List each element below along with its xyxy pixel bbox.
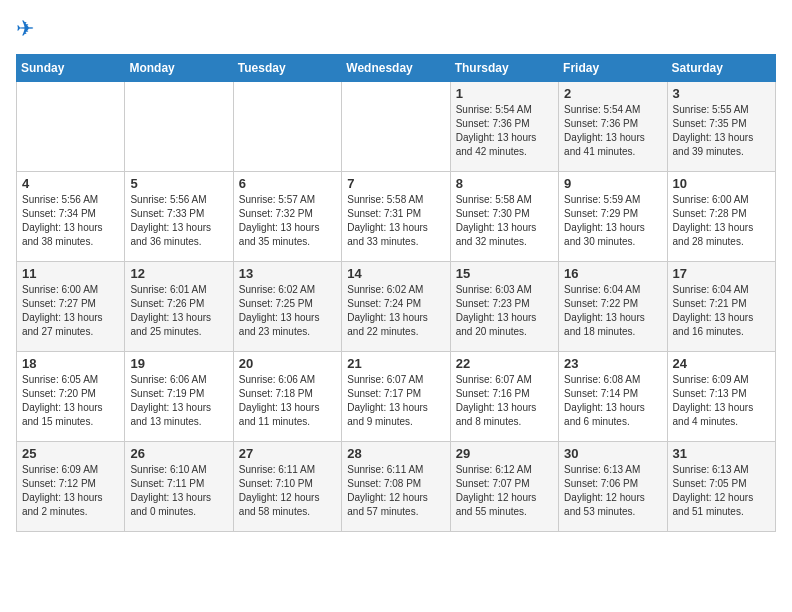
calendar-cell: 14Sunrise: 6:02 AM Sunset: 7:24 PM Dayli… <box>342 262 450 352</box>
calendar-cell: 24Sunrise: 6:09 AM Sunset: 7:13 PM Dayli… <box>667 352 775 442</box>
day-info: Sunrise: 6:12 AM Sunset: 7:07 PM Dayligh… <box>456 463 553 519</box>
day-number: 14 <box>347 266 444 281</box>
calendar-cell: 19Sunrise: 6:06 AM Sunset: 7:19 PM Dayli… <box>125 352 233 442</box>
day-number: 11 <box>22 266 119 281</box>
calendar-cell: 8Sunrise: 5:58 AM Sunset: 7:30 PM Daylig… <box>450 172 558 262</box>
day-number: 22 <box>456 356 553 371</box>
calendar-cell: 20Sunrise: 6:06 AM Sunset: 7:18 PM Dayli… <box>233 352 341 442</box>
day-number: 10 <box>673 176 770 191</box>
day-info: Sunrise: 5:56 AM Sunset: 7:33 PM Dayligh… <box>130 193 227 249</box>
calendar-cell: 13Sunrise: 6:02 AM Sunset: 7:25 PM Dayli… <box>233 262 341 352</box>
calendar-cell: 26Sunrise: 6:10 AM Sunset: 7:11 PM Dayli… <box>125 442 233 532</box>
day-number: 8 <box>456 176 553 191</box>
day-number: 4 <box>22 176 119 191</box>
day-info: Sunrise: 6:13 AM Sunset: 7:06 PM Dayligh… <box>564 463 661 519</box>
day-info: Sunrise: 6:03 AM Sunset: 7:23 PM Dayligh… <box>456 283 553 339</box>
calendar-cell: 2Sunrise: 5:54 AM Sunset: 7:36 PM Daylig… <box>559 82 667 172</box>
day-number: 9 <box>564 176 661 191</box>
calendar-cell: 15Sunrise: 6:03 AM Sunset: 7:23 PM Dayli… <box>450 262 558 352</box>
calendar-cell: 1Sunrise: 5:54 AM Sunset: 7:36 PM Daylig… <box>450 82 558 172</box>
day-info: Sunrise: 6:11 AM Sunset: 7:10 PM Dayligh… <box>239 463 336 519</box>
calendar-week-4: 18Sunrise: 6:05 AM Sunset: 7:20 PM Dayli… <box>17 352 776 442</box>
calendar-week-2: 4Sunrise: 5:56 AM Sunset: 7:34 PM Daylig… <box>17 172 776 262</box>
calendar-cell: 29Sunrise: 6:12 AM Sunset: 7:07 PM Dayli… <box>450 442 558 532</box>
day-number: 29 <box>456 446 553 461</box>
day-info: Sunrise: 6:09 AM Sunset: 7:13 PM Dayligh… <box>673 373 770 429</box>
day-number: 31 <box>673 446 770 461</box>
day-info: Sunrise: 6:02 AM Sunset: 7:24 PM Dayligh… <box>347 283 444 339</box>
calendar-cell: 9Sunrise: 5:59 AM Sunset: 7:29 PM Daylig… <box>559 172 667 262</box>
calendar-cell: 16Sunrise: 6:04 AM Sunset: 7:22 PM Dayli… <box>559 262 667 352</box>
logo-icon: ✈ <box>16 16 34 42</box>
day-info: Sunrise: 6:04 AM Sunset: 7:22 PM Dayligh… <box>564 283 661 339</box>
calendar-cell: 23Sunrise: 6:08 AM Sunset: 7:14 PM Dayli… <box>559 352 667 442</box>
day-number: 7 <box>347 176 444 191</box>
day-number: 30 <box>564 446 661 461</box>
day-info: Sunrise: 5:56 AM Sunset: 7:34 PM Dayligh… <box>22 193 119 249</box>
day-number: 25 <box>22 446 119 461</box>
day-number: 24 <box>673 356 770 371</box>
calendar-cell: 18Sunrise: 6:05 AM Sunset: 7:20 PM Dayli… <box>17 352 125 442</box>
day-number: 6 <box>239 176 336 191</box>
day-number: 20 <box>239 356 336 371</box>
weekday-header-wednesday: Wednesday <box>342 55 450 82</box>
day-number: 3 <box>673 86 770 101</box>
day-info: Sunrise: 6:07 AM Sunset: 7:16 PM Dayligh… <box>456 373 553 429</box>
day-info: Sunrise: 6:07 AM Sunset: 7:17 PM Dayligh… <box>347 373 444 429</box>
weekday-header-tuesday: Tuesday <box>233 55 341 82</box>
page-header: ✈ <box>16 16 776 42</box>
weekday-header-friday: Friday <box>559 55 667 82</box>
day-info: Sunrise: 6:00 AM Sunset: 7:28 PM Dayligh… <box>673 193 770 249</box>
day-number: 17 <box>673 266 770 281</box>
calendar-week-5: 25Sunrise: 6:09 AM Sunset: 7:12 PM Dayli… <box>17 442 776 532</box>
day-info: Sunrise: 6:10 AM Sunset: 7:11 PM Dayligh… <box>130 463 227 519</box>
weekday-header-monday: Monday <box>125 55 233 82</box>
day-number: 1 <box>456 86 553 101</box>
calendar-cell: 17Sunrise: 6:04 AM Sunset: 7:21 PM Dayli… <box>667 262 775 352</box>
day-info: Sunrise: 5:54 AM Sunset: 7:36 PM Dayligh… <box>564 103 661 159</box>
calendar-cell <box>233 82 341 172</box>
calendar-cell: 11Sunrise: 6:00 AM Sunset: 7:27 PM Dayli… <box>17 262 125 352</box>
calendar-cell: 30Sunrise: 6:13 AM Sunset: 7:06 PM Dayli… <box>559 442 667 532</box>
weekday-header-saturday: Saturday <box>667 55 775 82</box>
calendar-cell <box>342 82 450 172</box>
day-info: Sunrise: 6:06 AM Sunset: 7:19 PM Dayligh… <box>130 373 227 429</box>
calendar-week-3: 11Sunrise: 6:00 AM Sunset: 7:27 PM Dayli… <box>17 262 776 352</box>
day-number: 19 <box>130 356 227 371</box>
day-number: 28 <box>347 446 444 461</box>
calendar-cell: 4Sunrise: 5:56 AM Sunset: 7:34 PM Daylig… <box>17 172 125 262</box>
calendar-cell: 25Sunrise: 6:09 AM Sunset: 7:12 PM Dayli… <box>17 442 125 532</box>
day-number: 13 <box>239 266 336 281</box>
weekday-header-sunday: Sunday <box>17 55 125 82</box>
logo: ✈ <box>16 16 38 42</box>
calendar-cell: 3Sunrise: 5:55 AM Sunset: 7:35 PM Daylig… <box>667 82 775 172</box>
day-info: Sunrise: 5:58 AM Sunset: 7:31 PM Dayligh… <box>347 193 444 249</box>
day-info: Sunrise: 6:04 AM Sunset: 7:21 PM Dayligh… <box>673 283 770 339</box>
calendar-cell <box>125 82 233 172</box>
day-info: Sunrise: 5:57 AM Sunset: 7:32 PM Dayligh… <box>239 193 336 249</box>
day-number: 21 <box>347 356 444 371</box>
day-number: 27 <box>239 446 336 461</box>
day-info: Sunrise: 6:01 AM Sunset: 7:26 PM Dayligh… <box>130 283 227 339</box>
calendar-cell <box>17 82 125 172</box>
calendar-table: SundayMondayTuesdayWednesdayThursdayFrid… <box>16 54 776 532</box>
calendar-cell: 31Sunrise: 6:13 AM Sunset: 7:05 PM Dayli… <box>667 442 775 532</box>
calendar-cell: 28Sunrise: 6:11 AM Sunset: 7:08 PM Dayli… <box>342 442 450 532</box>
day-number: 16 <box>564 266 661 281</box>
calendar-cell: 6Sunrise: 5:57 AM Sunset: 7:32 PM Daylig… <box>233 172 341 262</box>
day-info: Sunrise: 5:59 AM Sunset: 7:29 PM Dayligh… <box>564 193 661 249</box>
calendar-cell: 7Sunrise: 5:58 AM Sunset: 7:31 PM Daylig… <box>342 172 450 262</box>
day-info: Sunrise: 6:05 AM Sunset: 7:20 PM Dayligh… <box>22 373 119 429</box>
day-info: Sunrise: 6:11 AM Sunset: 7:08 PM Dayligh… <box>347 463 444 519</box>
day-info: Sunrise: 5:55 AM Sunset: 7:35 PM Dayligh… <box>673 103 770 159</box>
calendar-cell: 5Sunrise: 5:56 AM Sunset: 7:33 PM Daylig… <box>125 172 233 262</box>
day-info: Sunrise: 6:13 AM Sunset: 7:05 PM Dayligh… <box>673 463 770 519</box>
day-number: 18 <box>22 356 119 371</box>
day-number: 15 <box>456 266 553 281</box>
weekday-header-row: SundayMondayTuesdayWednesdayThursdayFrid… <box>17 55 776 82</box>
calendar-cell: 27Sunrise: 6:11 AM Sunset: 7:10 PM Dayli… <box>233 442 341 532</box>
calendar-week-1: 1Sunrise: 5:54 AM Sunset: 7:36 PM Daylig… <box>17 82 776 172</box>
calendar-cell: 10Sunrise: 6:00 AM Sunset: 7:28 PM Dayli… <box>667 172 775 262</box>
day-info: Sunrise: 5:54 AM Sunset: 7:36 PM Dayligh… <box>456 103 553 159</box>
weekday-header-thursday: Thursday <box>450 55 558 82</box>
